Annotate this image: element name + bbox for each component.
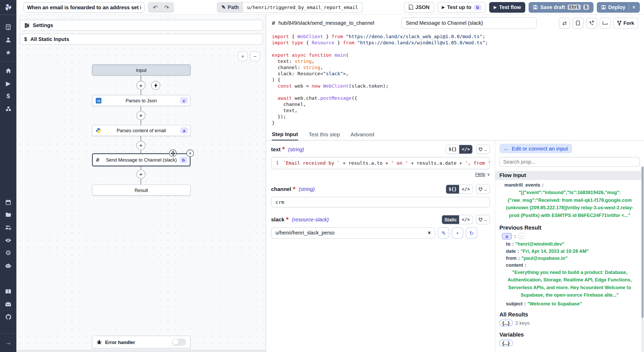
- collapse-button[interactable]: -: [518, 233, 524, 239]
- arrow-right-icon: →: [483, 147, 488, 152]
- flow-node-parses-to-json[interactable]: TS Parses to Json c: [92, 95, 191, 106]
- deploy-button[interactable]: Deploy ∨: [597, 2, 640, 12]
- code-editor[interactable]: import { WebClient } from "https://deno.…: [266, 31, 644, 128]
- settings-gear-icon[interactable]: ⚙: [0, 247, 16, 259]
- step-editor-column: # hub/849/slack/send_message_to_channel …: [266, 15, 644, 352]
- zoom-in-button[interactable]: +: [238, 51, 248, 61]
- result-key-badge[interactable]: a: [502, 233, 512, 239]
- template-mode-button[interactable]: ${}: [446, 185, 459, 193]
- result-field-row[interactable]: from:"paul@supabase.io": [499, 255, 640, 260]
- slack-resource-row: u/henri/henri_slack_perso × ✎ + ↻: [271, 227, 490, 239]
- test-up-to-button[interactable]: ▶ Test up to b: [437, 2, 486, 12]
- flow-input-key-row[interactable]: mandrill_events:: [499, 182, 640, 187]
- undo-button[interactable]: ↶: [149, 4, 161, 11]
- redo-button[interactable]: ↷: [161, 4, 173, 11]
- connect-plug-button[interactable]: →: [476, 215, 490, 224]
- expand-object-button[interactable]: {...}: [499, 340, 513, 347]
- hub-script-path: # hub/849/slack/send_message_to_channel: [272, 20, 374, 27]
- error-handler-node[interactable]: Error handler: [92, 336, 191, 348]
- add-step-button[interactable]: +: [136, 141, 145, 150]
- connect-plug-button[interactable]: →: [476, 185, 490, 194]
- path-field[interactable]: ✎Path u/henri/triggered_by_email_report_…: [217, 2, 362, 12]
- edit-or-connect-button[interactable]: ← Edit or connect an input: [499, 144, 572, 153]
- windmill-logo[interactable]: [0, 0, 16, 15]
- schedules-calendar-icon[interactable]: [0, 196, 16, 208]
- home-icon[interactable]: [0, 64, 16, 77]
- result-field-row[interactable]: date:"Fri, Apr 14, 2023 at 10:28 AM": [499, 248, 640, 253]
- code-mode-button[interactable]: </>: [459, 215, 472, 224]
- edit-resource-button[interactable]: ✎: [438, 227, 450, 239]
- result-field-row[interactable]: subject:"Welcome to Supabase": [499, 301, 640, 306]
- refresh-resource-button[interactable]: ↻: [466, 227, 477, 239]
- step-editor-header: # hub/849/slack/send_message_to_channel …: [266, 15, 644, 31]
- tab-test-this-step[interactable]: Test this step: [309, 131, 340, 140]
- groups-users-gear-icon[interactable]: [0, 221, 16, 234]
- resource-picker[interactable]: u/henri/henri_slack_perso ×: [271, 227, 435, 239]
- expand-sidebar-arrow-icon[interactable]: →: [0, 336, 16, 349]
- text-expression-editor[interactable]: 1 `Email received by ` + results.a.to + …: [271, 157, 490, 169]
- add-step-button[interactable]: +: [136, 111, 145, 120]
- step-input-form: text* (string) ${} </> →: [266, 140, 495, 352]
- test-flow-button[interactable]: ▶ Test flow: [489, 2, 526, 12]
- fork-button[interactable]: Fork: [613, 18, 638, 29]
- workers-robot-icon[interactable]: [0, 259, 16, 272]
- chevron-down-icon[interactable]: ∨: [632, 5, 635, 10]
- content-value[interactable]: "Everything you need to build a product:…: [499, 269, 640, 299]
- code-mode-button[interactable]: </>: [459, 145, 472, 154]
- flow-settings-button[interactable]: Settings: [20, 20, 263, 31]
- workspace-icon[interactable]: [0, 21, 16, 33]
- static-mode-button[interactable]: Static: [442, 215, 459, 224]
- user-icon[interactable]: [0, 33, 16, 46]
- github-icon[interactable]: [0, 311, 16, 323]
- kbd-s: S: [583, 5, 589, 10]
- discord-icon[interactable]: [0, 298, 16, 311]
- delete-node-button[interactable]: ×: [187, 149, 194, 157]
- tab-advanced[interactable]: Advanced: [351, 131, 374, 140]
- template-mode-button[interactable]: ${}: [446, 145, 459, 154]
- flow-node-input[interactable]: Input: [92, 64, 191, 76]
- flow-title-input[interactable]: [23, 2, 145, 12]
- chevron-down-icon[interactable]: ∨: [487, 172, 490, 177]
- search-prop-input[interactable]: [499, 157, 640, 167]
- limits-button[interactable]: [600, 18, 611, 29]
- flow-node-result[interactable]: Result: [92, 185, 191, 196]
- add-resource-button[interactable]: +: [452, 227, 463, 239]
- connect-plug-button[interactable]: →: [476, 145, 490, 154]
- mandrill-events-value[interactable]: "[{"event":"inbound","ts":1683819426,"ms…: [499, 189, 640, 219]
- split-divider: [629, 4, 629, 11]
- kbd-ctrl: Ctrl: [567, 5, 581, 10]
- resources-cubes-icon[interactable]: [0, 102, 16, 115]
- all-static-inputs-button[interactable]: $ All Static Inputs: [20, 34, 263, 45]
- result-field-row[interactable]: content:: [499, 262, 640, 267]
- json-button[interactable]: JSON: [404, 2, 434, 12]
- error-handler-toggle[interactable]: [172, 339, 186, 346]
- all-results-object-row: {...} 2 keys: [499, 320, 640, 326]
- path-value[interactable]: u/henri/triggered_by_email_report_email: [243, 2, 362, 12]
- variables-dollar-icon[interactable]: $: [0, 90, 16, 102]
- flow-node-parses-content[interactable]: Parses content of email a: [92, 125, 191, 136]
- expand-square-button[interactable]: [573, 18, 584, 29]
- folders-icon[interactable]: [0, 208, 16, 221]
- expand-object-button[interactable]: {...}: [499, 320, 513, 326]
- inspector-scrollbar-thumb[interactable]: [641, 167, 643, 318]
- add-step-button[interactable]: +: [136, 170, 145, 179]
- zoom-out-button[interactable]: −: [250, 51, 260, 61]
- code-mode-button[interactable]: </>: [459, 185, 472, 193]
- favorites-star-icon[interactable]: ★: [0, 46, 16, 59]
- audit-logs-eye-icon[interactable]: [0, 234, 16, 246]
- result-field-row[interactable]: to:"henri@windmill.dev": [499, 241, 640, 246]
- save-draft-button[interactable]: Save draft CtrlS: [529, 2, 594, 12]
- add-step-button[interactable]: +: [136, 81, 145, 90]
- move-node-button[interactable]: [169, 149, 177, 157]
- docs-book-icon[interactable]: [0, 285, 16, 298]
- webhook-button[interactable]: [586, 18, 597, 29]
- tab-step-input[interactable]: Step Input: [272, 131, 298, 141]
- runs-play-icon[interactable]: ▶: [0, 77, 16, 89]
- swap-arrows-button[interactable]: ⇄: [559, 18, 570, 29]
- help-link[interactable]: Help: [475, 171, 485, 177]
- clear-resource-button[interactable]: ×: [428, 230, 431, 236]
- trigger-bolt-button[interactable]: [151, 81, 160, 90]
- flow-horizontal-scrollbar[interactable]: [16, 350, 266, 352]
- channel-value-input[interactable]: [271, 197, 490, 207]
- step-summary-input[interactable]: [401, 17, 537, 29]
